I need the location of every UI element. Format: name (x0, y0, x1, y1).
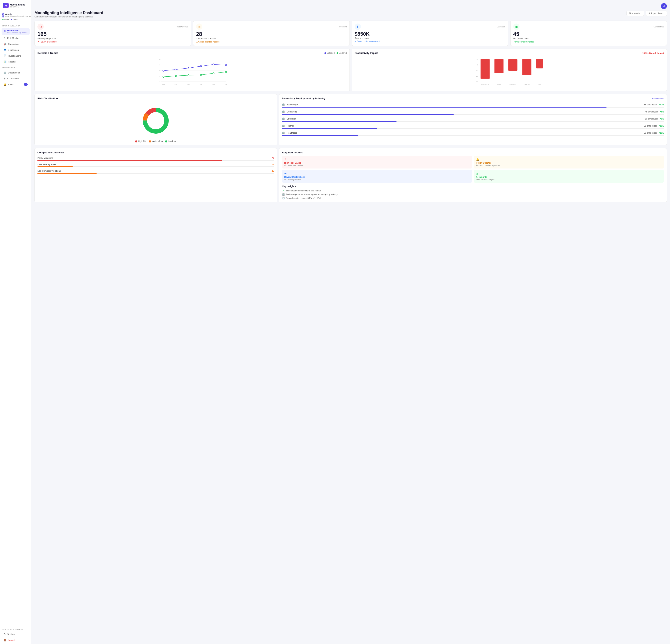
svg-point-13 (200, 65, 202, 67)
productivity-title: Productivity Impact (354, 52, 378, 54)
svg-point-11 (175, 69, 176, 70)
svg-text:-4: -4 (477, 58, 478, 61)
action-policy-updates[interactable]: 🔔 Policy Updates Review compliance polic… (474, 156, 664, 169)
education-count: 30 employees (645, 118, 658, 120)
dashboard-icon: ⊞ (3, 30, 6, 32)
consulting-count: 45 employees (645, 110, 658, 113)
user-name: Admin (5, 13, 31, 15)
metric-tag-compliance: ✓ Properly documented (513, 41, 664, 43)
sidebar-item-employees[interactable]: 👤 Employees (2, 47, 30, 53)
consulting-icon: 🏢 (282, 110, 285, 113)
sidebar-item-logout[interactable]: 🚪 Logout (2, 638, 30, 643)
sidebar-item-investigations[interactable]: 📄 Investigations (2, 53, 30, 58)
svg-rect-34 (481, 59, 490, 79)
svg-text:-16: -16 (475, 75, 478, 77)
svg-point-18 (188, 75, 189, 76)
technology-count: 85 employees (644, 104, 657, 106)
industry-title: Secondary Employment by Industry (282, 97, 325, 100)
metric-label-conflicts: Identified (339, 26, 347, 28)
charts-row: Detection Trends Detected Declared 60 45 (35, 49, 667, 91)
svg-point-21 (225, 71, 227, 73)
filter-label: This Month (629, 12, 640, 14)
mid-row: Risk Distribution (35, 94, 667, 145)
top-avatar: J (661, 3, 667, 9)
compliance-row-policy: Policy Violations 78 (37, 157, 274, 161)
industry-row-consulting: 🏢 Consulting 45 employees +8% (282, 109, 664, 116)
action-high-risk[interactable]: ⚠ High Risk Cases 45 cases need review (282, 156, 472, 169)
sidebar-item-risk-monitor[interactable]: ⚠ Risk Monitor (2, 36, 30, 41)
departments-icon: 🏢 (3, 71, 6, 74)
nav-section-management: MANAGEMENT 🏢 Departments ⚙ Compliance 🔔 … (0, 66, 31, 88)
svg-rect-37 (522, 59, 531, 75)
action-ai-insights[interactable]: ◎ AI Insights View pattern analysis (474, 170, 664, 183)
reports-icon: 📊 (3, 61, 6, 63)
alerts-badge: 12 (24, 83, 28, 85)
export-button[interactable]: ⬇ Export Report (646, 11, 667, 16)
medium-risk-label: Medium Risk (152, 140, 163, 143)
healthcare-name: Healthcare (287, 132, 297, 134)
filter-button[interactable]: This Month ▾ (627, 11, 644, 16)
sidebar-item-compliance[interactable]: ⚙ Compliance (2, 76, 30, 81)
productivity-card: Productivity Impact -15.5% Overall Impac… (352, 49, 667, 91)
employees-icon: 👤 (3, 49, 6, 51)
management-nav-label: MANAGEMENT (2, 67, 30, 70)
alerts-label: Alerts (8, 83, 22, 85)
svg-text:Mar: Mar (187, 83, 190, 85)
metric-icon-conflicts: ◎ (196, 24, 202, 30)
risk-monitor-icon: ⚠ (3, 37, 6, 40)
education-name: Education (287, 118, 296, 120)
dashboard-label: Dashboard (7, 29, 27, 32)
svg-text:Engineering: Engineering (481, 83, 490, 85)
metric-card-compliance: ◉ Compliance 45 Declared Cases ✓ Properl… (510, 21, 667, 46)
svg-rect-38 (536, 59, 543, 68)
sidebar-item-departments[interactable]: 🏢 Departments (2, 70, 30, 76)
employees-label: Employees (8, 49, 18, 51)
finance-icon: 🏢 (282, 124, 285, 128)
high-risk-action-title: High Risk Cases (284, 162, 470, 164)
compliance-row-noncompete: Non-Compete Violations 25 (37, 170, 274, 174)
svg-text:Jan: Jan (162, 83, 164, 85)
tag-icon-conflicts: ⚠ (196, 41, 198, 43)
insight-icon-3: 🕐 (282, 197, 285, 199)
metric-value-revenue: $850K (354, 31, 506, 37)
sidebar-item-settings[interactable]: ⚙ Settings (2, 631, 30, 637)
main-nav-label: MAIN NAVIGATION (2, 25, 30, 28)
tag-icon-revenue: ↗ (354, 40, 356, 42)
view-details-link[interactable]: View Details (652, 97, 664, 100)
download-icon: ⬇ (648, 12, 650, 14)
action-review-declarations[interactable]: 👁 Review Declarations 45 pending reviews (282, 170, 472, 183)
user-email: admin@marketingpanda.com.au (5, 15, 31, 17)
svg-point-47 (148, 112, 164, 129)
page-header: Moonlighting Intelligence Dashboard Comp… (35, 11, 667, 18)
campaigns-icon: 📢 (3, 43, 6, 45)
metric-icon-revenue: $ (354, 24, 361, 30)
metric-name-revenue: Revenue Impact (354, 37, 506, 39)
svg-text:Feb: Feb (175, 83, 177, 85)
ai-insights-icon: ◎ (476, 172, 661, 175)
svg-point-14 (213, 64, 214, 65)
industry-card: Secondary Employment by Industry View De… (279, 94, 667, 145)
svg-point-19 (200, 74, 202, 76)
svg-point-16 (163, 76, 164, 77)
detection-trends-title: Detection Trends (37, 52, 58, 54)
svg-text:HR: HR (538, 83, 541, 85)
sidebar-item-dashboard[interactable]: ⊞ Dashboard Overview and key metrics (2, 28, 30, 35)
sidebar-item-alerts[interactable]: 🔔 Alerts 12 (2, 82, 30, 87)
dashboard-sub: Overview and key metrics (7, 32, 27, 34)
sidebar-item-campaigns[interactable]: 📢 Campaigns (2, 41, 30, 47)
policy-updates-icon: 🔔 (476, 158, 661, 161)
metric-value-conflicts: 28 (196, 31, 347, 37)
sidebar-item-reports[interactable]: 📊 Reports (2, 59, 30, 65)
insight-icon-1: ↗ (282, 189, 284, 192)
donut-chart (140, 105, 171, 136)
healthcare-count: 20 employees (644, 132, 657, 134)
svg-text:Apr: Apr (200, 83, 202, 85)
high-risk-label: High Risk (138, 140, 147, 143)
investigations-icon: 📄 (3, 54, 6, 57)
compliance-label: Compliance (7, 77, 18, 80)
data-security-name: Data Security Risks (37, 163, 56, 165)
industry-row-technology: 🏢 Technology 85 employees +12% (282, 102, 664, 109)
compliance-overview-card: Compliance Overview Policy Violations 78… (35, 148, 277, 202)
sidebar-logo: M MoonLighting CONTROL (0, 0, 31, 10)
risk-legend: High Risk Medium Risk Low Risk (37, 140, 274, 143)
